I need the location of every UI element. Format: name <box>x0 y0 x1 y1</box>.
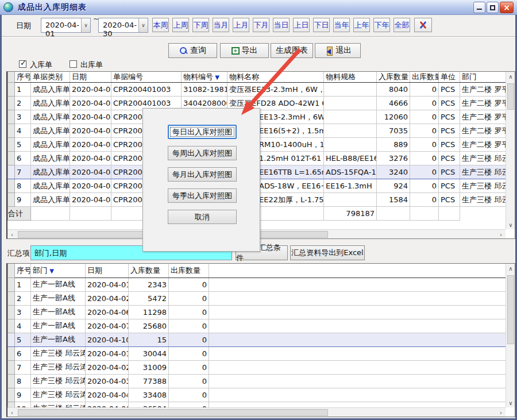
quick-range-last-month[interactable]: 上月 <box>233 18 249 32</box>
monthly-chart-button[interactable]: 每月出入库对照图 <box>168 167 237 182</box>
quick-range-next-day[interactable]: 下日 <box>313 18 330 32</box>
quick-range-next-month[interactable]: 下月 <box>253 18 269 32</box>
scroll-right-icon[interactable]: › <box>496 230 506 239</box>
cancel-button[interactable]: 取消 <box>168 210 237 224</box>
date-toolbar: 日期 2020-04-01 ∨ ~ 2020-04-30 ∨ 本周上周下周当月上… <box>2 16 515 36</box>
column-header[interactable]: 出库数量 <box>169 264 209 278</box>
quick-range-all[interactable]: 全部 <box>393 18 410 32</box>
minimize-icon <box>477 5 482 10</box>
summary-vscrollbar[interactable]: ∧ ∨ <box>506 264 515 407</box>
summary-grid: 序号部门 ▼日期入库数量出库数量1生产一部A线2020-04-01234302生… <box>6 263 515 417</box>
detail-vscroll-thumb[interactable] <box>507 83 514 110</box>
column-header[interactable]: 物料编号 ▼ <box>182 72 227 83</box>
column-header[interactable]: 物料名称 <box>227 72 324 83</box>
column-header[interactable]: 物料规格 <box>324 72 377 83</box>
summary-vscroll-thumb[interactable] <box>507 275 514 344</box>
check-icon: ✓ <box>20 59 26 67</box>
scroll-up-icon[interactable]: ∧ <box>506 72 515 81</box>
column-header[interactable]: 单位 <box>439 72 460 83</box>
summary-row-6[interactable]: 6生产三楼 邱云涛2020-04-01300440 <box>8 346 506 360</box>
quick-range-next-week[interactable]: 下周 <box>192 18 209 32</box>
quick-range-prev-day[interactable]: 上日 <box>293 18 310 32</box>
export-button[interactable]: 导出 <box>220 43 269 58</box>
export-button-label: 导出 <box>242 45 258 56</box>
summary-row-5[interactable]: 5生产一部A线2020-04-10150 <box>8 333 506 346</box>
outbound-checkbox[interactable] <box>70 60 77 68</box>
column-header[interactable]: 单据编号 <box>111 72 182 83</box>
query-button[interactable]: 查询 <box>168 43 217 58</box>
column-header[interactable]: 部门 ▼ <box>31 264 86 278</box>
quick-range-last-year[interactable]: 上年 <box>353 18 370 32</box>
quarterly-chart-button[interactable]: 每季出入库对照图 <box>168 188 237 203</box>
chevron-down-icon[interactable]: ∨ <box>81 18 90 32</box>
minimize-button[interactable] <box>473 2 485 13</box>
search-icon <box>179 47 188 55</box>
column-header[interactable]: 序号 <box>15 72 31 83</box>
summary-hscroll-thumb[interactable] <box>18 409 328 416</box>
summary-row-9[interactable]: 9生产三楼 邱云涛2020-04-04334080 <box>8 388 506 402</box>
date-to-select[interactable]: 2020-04-30 ∨ <box>98 18 148 33</box>
date-from-select[interactable]: 2020-04-01 ∨ <box>41 18 91 33</box>
quick-range-this-year[interactable]: 当年 <box>333 18 350 32</box>
quick-range-last-week[interactable]: 上周 <box>172 18 189 32</box>
summary-table: 序号部门 ▼日期入库数量出库数量1生产一部A线2020-04-01234302生… <box>7 264 506 407</box>
column-header[interactable] <box>209 264 506 278</box>
summary-hscrollbar[interactable]: ‹ › <box>7 407 506 417</box>
column-header[interactable]: 入库数量 <box>377 72 410 83</box>
app-globe-icon <box>3 2 13 12</box>
summary-row-10[interactable]: 10生产三楼 邱云涛2020-04-06365040 <box>8 402 506 407</box>
scroll-down-icon[interactable]: ∨ <box>506 398 515 407</box>
make-chart-button-label: 生成图表 <box>276 45 308 56</box>
inbound-checkbox-label[interactable]: 入库单 <box>30 60 52 70</box>
outbound-checkbox-label[interactable]: 出库单 <box>80 60 103 70</box>
sort-desc-icon: ▼ <box>213 74 219 80</box>
make-chart-button[interactable]: 生成图表 <box>271 43 313 58</box>
maximize-button[interactable] <box>487 2 499 13</box>
column-header[interactable]: 部门 <box>460 72 506 83</box>
column-header[interactable]: 出库数量 <box>410 72 439 83</box>
chevron-down-icon[interactable]: ∨ <box>138 18 148 32</box>
scroll-right-icon[interactable]: › <box>496 408 506 417</box>
weekly-chart-button[interactable]: 每周出入库对照图 <box>168 146 237 160</box>
query-button-label: 查询 <box>190 45 206 56</box>
exit-button[interactable]: 退出 <box>315 43 361 58</box>
summary-row-8[interactable]: 8生产三楼 邱云涛2020-04-03773880 <box>8 374 506 388</box>
summary-row-4[interactable]: 4生产一部A线2020-04-07256800 <box>8 319 506 333</box>
detail-row-1[interactable]: 1成品入库单2020-04-01CPR20040100331082-198126… <box>8 83 506 97</box>
quick-range-this-week[interactable]: 本周 <box>152 18 169 32</box>
quick-range-this-month[interactable]: 当月 <box>213 18 229 32</box>
daily-chart-button[interactable]: 每日出入库对照图 <box>168 125 237 139</box>
close-button[interactable]: × <box>500 2 514 13</box>
date-to-value: 2020-04-30 <box>99 18 138 32</box>
column-header[interactable]: 单据类别 <box>31 72 70 83</box>
column-header[interactable]: 日期 <box>86 264 129 278</box>
scroll-down-icon[interactable]: ∨ <box>506 220 515 229</box>
date-from-value: 2020-04-01 <box>41 18 81 32</box>
inbound-checkbox[interactable]: ✓ <box>19 60 26 68</box>
app-window: 成品出入库明细表 × 日期 2020-04-01 ∨ ~ 2020-04-30 … <box>0 0 517 420</box>
quick-range-bar: 本周上周下周当月上月下月当日上日下日当年上年下年全部 <box>152 18 410 32</box>
date-label: 日期 <box>16 21 31 31</box>
doc-type-filter: ✓ 入库单 出库单 <box>2 59 232 71</box>
toolbar-separator <box>2 36 515 37</box>
summary-row-3[interactable]: 3生产一部A线2020-04-06112980 <box>8 305 506 319</box>
exit-door-icon <box>324 47 333 55</box>
summary-row-1[interactable]: 1生产一部A线2020-04-0123430 <box>8 278 506 291</box>
quick-range-next-year[interactable]: 下年 <box>373 18 390 32</box>
summary-row-7[interactable]: 7生产三楼 邱云涛2020-04-02310090 <box>8 360 506 374</box>
summary-export-excel-label: 汇总资料导出到Excel <box>291 248 363 258</box>
summary-export-excel-button[interactable]: 汇总资料导出到Excel <box>290 245 365 260</box>
tools-icon <box>419 21 427 29</box>
detail-vscrollbar[interactable]: ∧ ∨ <box>506 72 515 229</box>
scroll-left-icon[interactable]: ‹ <box>7 408 17 417</box>
sort-desc-icon: ▼ <box>48 268 54 274</box>
tools-button[interactable] <box>414 18 432 32</box>
scroll-up-icon[interactable]: ∧ <box>506 264 515 273</box>
summary-row-2[interactable]: 2生产一部A线2020-04-0254720 <box>8 291 506 305</box>
column-header[interactable]: 入库数量 <box>129 264 169 278</box>
column-header[interactable]: 序号 <box>15 264 31 278</box>
titlebar: 成品出入库明细表 × <box>0 0 517 15</box>
scroll-left-icon[interactable]: ‹ <box>7 230 17 239</box>
quick-range-today[interactable]: 当日 <box>273 18 290 32</box>
column-header[interactable]: 日期 <box>70 72 111 83</box>
